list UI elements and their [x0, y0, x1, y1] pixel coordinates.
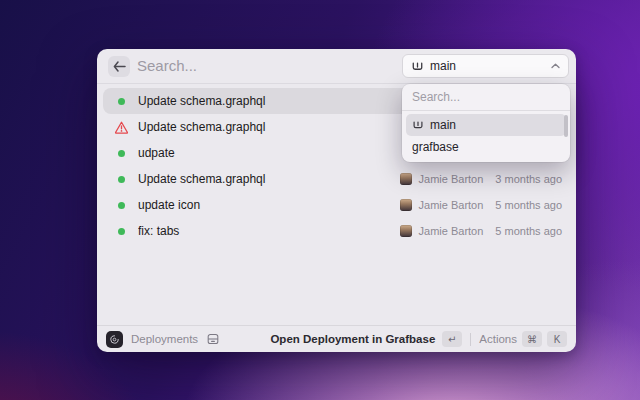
- palette-footer: Deployments Open Deployment in Grafbase …: [97, 325, 576, 352]
- k-key-icon: K: [547, 331, 567, 347]
- dropdown-scrollbar-thumb[interactable]: [564, 115, 568, 137]
- enter-key-icon: ↵: [442, 331, 462, 347]
- branch-selector-value: main: [430, 59, 545, 73]
- avatar: [400, 173, 412, 185]
- desktop-background: Search... main Update schema.graphql: [0, 0, 640, 400]
- branch-search-input[interactable]: Search...: [402, 84, 570, 111]
- branch-icon: [412, 119, 424, 131]
- back-arrow-icon: [113, 61, 126, 72]
- commit-time: 5 months ago: [495, 199, 562, 211]
- footer-divider: [470, 333, 471, 346]
- actions-button[interactable]: Actions ⌘ K: [479, 331, 567, 347]
- branch-selector[interactable]: main: [402, 54, 569, 78]
- branch-option-label: grafbase: [412, 140, 459, 154]
- commit-meta: Jamie Barton 5 months ago: [400, 225, 562, 237]
- branch-option-main[interactable]: main: [406, 114, 566, 136]
- commit-meta: Jamie Barton 5 months ago: [400, 199, 562, 211]
- branch-icon: [411, 60, 424, 73]
- chevron-up-icon: [551, 63, 560, 69]
- commit-title: Update schema.graphql: [138, 172, 391, 186]
- context-label: Deployments: [131, 333, 198, 345]
- deployments-icon: [206, 332, 220, 346]
- grafbase-logo-icon: [106, 331, 123, 348]
- status-success-icon: [118, 150, 125, 157]
- commit-author: Jamie Barton: [419, 173, 484, 185]
- open-deployment-button[interactable]: Open Deployment in Grafbase ↵: [270, 331, 462, 347]
- commit-row[interactable]: Update schema.graphql Jamie Barton 3 mon…: [103, 166, 570, 192]
- actions-label: Actions: [479, 333, 517, 345]
- status-success-icon: [118, 228, 125, 235]
- branch-option-label: main: [430, 118, 456, 132]
- commit-meta: Jamie Barton 3 months ago: [400, 173, 562, 185]
- primary-action-label: Open Deployment in Grafbase: [270, 333, 435, 345]
- back-button[interactable]: [108, 56, 130, 77]
- commit-author: Jamie Barton: [419, 199, 484, 211]
- search-input[interactable]: Search...: [137, 57, 197, 74]
- palette-header: Search... main: [97, 49, 576, 83]
- avatar: [400, 199, 412, 211]
- command-key-icon: ⌘: [522, 331, 542, 347]
- commit-row[interactable]: update icon Jamie Barton 5 months ago: [103, 192, 570, 218]
- command-palette-window: Search... main Update schema.graphql: [97, 49, 576, 352]
- commit-title: fix: tabs: [138, 224, 391, 238]
- branch-options: main grafbase: [402, 111, 570, 158]
- commit-title: update icon: [138, 198, 391, 212]
- commit-time: 5 months ago: [495, 225, 562, 237]
- avatar: [400, 225, 412, 237]
- commit-row[interactable]: fix: tabs Jamie Barton 5 months ago: [103, 218, 570, 244]
- branch-dropdown: Search... main grafbase: [402, 84, 570, 162]
- commit-author: Jamie Barton: [419, 225, 484, 237]
- status-success-icon: [118, 202, 125, 209]
- branch-option-grafbase[interactable]: grafbase: [406, 136, 566, 158]
- status-success-icon: [118, 98, 125, 105]
- status-success-icon: [118, 176, 125, 183]
- commit-time: 3 months ago: [495, 173, 562, 185]
- status-error-icon: [114, 120, 129, 135]
